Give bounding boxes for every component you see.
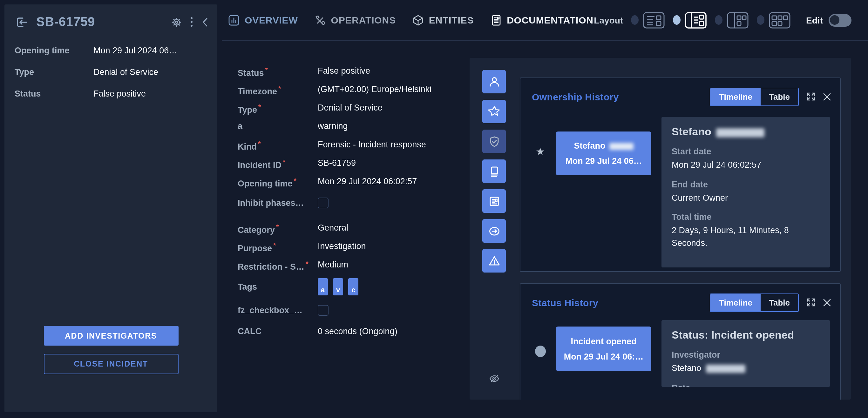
field-value: False positive bbox=[93, 89, 146, 98]
add-investigators-button[interactable]: ADD INVESTIGATORS bbox=[43, 326, 178, 346]
tag-chip[interactable]: c bbox=[348, 278, 359, 295]
form-row-fz-checkbox: fz_checkbox_… bbox=[238, 302, 470, 318]
summary-row-type: Type Denial of Service bbox=[14, 67, 207, 77]
kebab-menu-icon[interactable] bbox=[189, 16, 194, 28]
star-icon[interactable] bbox=[482, 100, 506, 123]
incident-summary-panel: SB-61759 Opening time Mon bbox=[4, 4, 217, 412]
expand-icon[interactable] bbox=[806, 298, 815, 307]
layout-option-grid[interactable] bbox=[756, 12, 790, 28]
summary-row-status: Status False positive bbox=[14, 89, 207, 98]
tab-entities[interactable]: ENTITIES bbox=[412, 14, 474, 26]
tab-overview[interactable]: OVERVIEW bbox=[228, 14, 298, 26]
form-label: Kind bbox=[238, 142, 257, 152]
eye-off-icon[interactable] bbox=[489, 373, 500, 384]
form-value: False positive bbox=[318, 66, 370, 75]
form-value: warning bbox=[318, 121, 348, 131]
form-label: Restriction - S… bbox=[238, 262, 304, 271]
gear-icon[interactable] bbox=[171, 17, 181, 27]
person-icon[interactable] bbox=[482, 70, 506, 93]
tab-documentation[interactable]: DOCUMENTATION bbox=[490, 14, 593, 26]
app-window: SB-61759 Opening time Mon bbox=[0, 0, 868, 418]
copy-pages-icon[interactable] bbox=[482, 159, 506, 183]
layout-grid-icon bbox=[769, 12, 790, 28]
end-date-value: Current Owner bbox=[672, 192, 820, 204]
table-view-button[interactable]: Table bbox=[761, 294, 798, 311]
radio-icon[interactable] bbox=[715, 15, 722, 25]
table-view-button[interactable]: Table bbox=[761, 88, 798, 105]
form-label: Type bbox=[238, 105, 257, 115]
layout-header-list-icon bbox=[643, 12, 664, 28]
redacted-surname bbox=[609, 143, 633, 150]
incident-header: SB-61759 bbox=[4, 4, 217, 36]
form-row-tags: Tags a v c bbox=[238, 278, 470, 295]
status-view-toggle: Timeline Table bbox=[710, 293, 799, 312]
status-item-date: Mon 29 Jul 24 06:… bbox=[561, 352, 646, 361]
layout-option-sidebar-list[interactable] bbox=[673, 12, 706, 28]
form-label: Incident ID bbox=[238, 160, 281, 170]
expand-icon[interactable] bbox=[806, 92, 815, 101]
form-label: Tags bbox=[238, 282, 257, 292]
date-label: Date bbox=[672, 383, 820, 387]
layout-sidebar-grid-icon bbox=[726, 12, 748, 28]
form-value: 0 seconds (Ongoing) bbox=[318, 326, 398, 336]
status-timeline-item[interactable]: Incident opened Mon 29 Jul 24 06:… bbox=[556, 326, 651, 371]
back-exit-icon[interactable] bbox=[14, 15, 29, 29]
shield-check-icon[interactable] bbox=[482, 130, 506, 153]
widgets-area: Ownership History Timeline Table bbox=[470, 58, 851, 399]
required-marker: * bbox=[258, 140, 261, 148]
required-marker: * bbox=[265, 66, 268, 74]
layout-controls: Layout bbox=[594, 12, 851, 28]
timeline-view-button[interactable]: Timeline bbox=[711, 88, 761, 105]
fz-checkbox[interactable] bbox=[318, 304, 329, 315]
form-label: CALC bbox=[238, 326, 261, 336]
layout-sidebar-list-icon bbox=[685, 12, 706, 28]
ownership-timeline-item[interactable]: Stefano Mon 29 Jul 24 06… bbox=[556, 131, 651, 175]
toggle-knob bbox=[830, 15, 839, 25]
warning-triangle-icon[interactable] bbox=[482, 249, 506, 272]
layout-option-header-list[interactable] bbox=[631, 12, 664, 28]
redacted-surname bbox=[706, 365, 745, 373]
form-value: Mon 29 Jul 2024 06:02:57 bbox=[318, 176, 417, 186]
status-history-panel: Status History Timeline Table bbox=[520, 283, 841, 399]
collapse-chevron-left-icon[interactable] bbox=[202, 17, 209, 27]
edit-toggle[interactable] bbox=[829, 14, 851, 26]
layout-label: Layout bbox=[594, 15, 623, 25]
form-value: General bbox=[318, 223, 348, 232]
form-value: SB-61759 bbox=[318, 158, 356, 168]
redacted-surname bbox=[716, 128, 765, 137]
status-history-title: Status History bbox=[532, 297, 598, 308]
current-owner-star-icon[interactable]: ★ bbox=[536, 146, 545, 158]
form-row-kind: Kind* Forensic - Incident response bbox=[238, 140, 470, 153]
timeline-view-button[interactable]: Timeline bbox=[711, 294, 761, 311]
field-label: Type bbox=[14, 67, 93, 77]
tag-chip[interactable]: v bbox=[333, 278, 343, 295]
news-icon[interactable] bbox=[482, 189, 506, 213]
tag-chip[interactable]: a bbox=[318, 278, 328, 295]
form-row-incident-id: Incident ID* SB-61759 bbox=[238, 158, 470, 171]
tab-operations[interactable]: OPERATIONS bbox=[314, 14, 396, 26]
radio-icon-selected[interactable] bbox=[673, 15, 680, 25]
arrow-right-circle-icon[interactable] bbox=[482, 219, 506, 243]
close-icon[interactable] bbox=[823, 298, 831, 307]
required-marker: * bbox=[294, 176, 297, 184]
form-label: Purpose bbox=[238, 244, 272, 253]
total-time-value: 2 Days, 9 Hours, 11 Minutes, 8 Seconds. bbox=[672, 224, 820, 249]
widget-toolbar bbox=[482, 70, 506, 272]
close-icon[interactable] bbox=[823, 92, 831, 101]
incident-details-form: Status* False positive Timezone* (GMT+02… bbox=[238, 66, 470, 345]
radio-icon[interactable] bbox=[756, 15, 764, 25]
form-row-category: Category* General bbox=[238, 223, 470, 236]
tab-label: ENTITIES bbox=[429, 14, 474, 25]
owner-name: Stefano bbox=[574, 141, 605, 151]
tab-label: OVERVIEW bbox=[245, 14, 298, 25]
close-incident-button[interactable]: CLOSE INCIDENT bbox=[43, 354, 178, 374]
radio-icon[interactable] bbox=[631, 15, 638, 25]
ownership-item-date: Mon 29 Jul 24 06… bbox=[561, 156, 646, 166]
form-row-type: Type* Denial of Service bbox=[238, 103, 470, 116]
inhibit-phases-checkbox[interactable] bbox=[318, 197, 329, 208]
ownership-history-title: Ownership History bbox=[532, 91, 619, 102]
layout-option-sidebar-grid[interactable] bbox=[715, 12, 748, 28]
form-row-timezone: Timezone* (GMT+02.00) Europe/Helsinki bbox=[238, 85, 470, 97]
field-label: Opening time bbox=[14, 46, 93, 55]
tab-label: OPERATIONS bbox=[331, 14, 396, 25]
